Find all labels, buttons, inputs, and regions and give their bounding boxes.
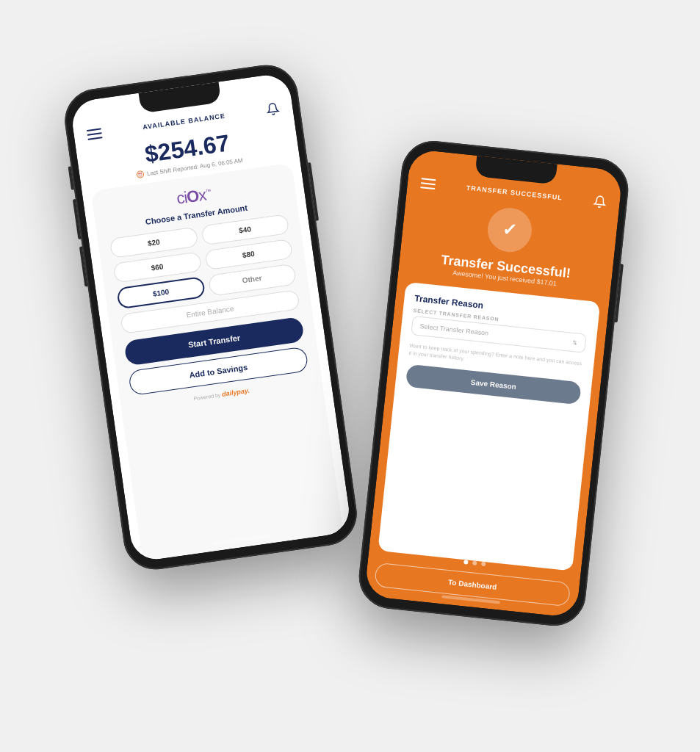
- dailypay-brand: dailypay.: [221, 387, 250, 398]
- notification-bell-icon[interactable]: [265, 101, 280, 116]
- phone-2-screen: TRANSFER SUCCESSFUL ✓ Transfer Successfu…: [364, 149, 622, 618]
- dot-2: [472, 560, 477, 565]
- phone-2: TRANSFER SUCCESSFUL ✓ Transfer Successfu…: [356, 138, 631, 629]
- hamburger-menu[interactable]: [86, 128, 102, 140]
- select-reason-placeholder: Select Transfer Reason: [419, 322, 489, 337]
- hamburger-menu-2[interactable]: [420, 178, 436, 189]
- transfer-successful-label: TRANSFER SUCCESSFUL: [466, 184, 563, 202]
- phone-1: AVAILABLE BALANCE $254.67 ⏰ Last Shift R…: [60, 61, 361, 574]
- check-icon: ✓: [501, 219, 518, 241]
- white-screen: AVAILABLE BALANCE $254.67 ⏰ Last Shift R…: [69, 72, 352, 563]
- phone-1-screen: AVAILABLE BALANCE $254.67 ⏰ Last Shift R…: [69, 72, 352, 563]
- phones-container: AVAILABLE BALANCE $254.67 ⏰ Last Shift R…: [93, 53, 607, 699]
- phone2-header: TRANSFER SUCCESSFUL: [406, 149, 622, 214]
- dot-1: [463, 560, 469, 565]
- orange-screen: TRANSFER SUCCESSFUL ✓ Transfer Successfu…: [364, 149, 622, 618]
- clock-icon: ⏰: [136, 170, 144, 178]
- mute-button: [68, 167, 73, 190]
- volume-down-button: [79, 246, 87, 286]
- success-circle: ✓: [485, 206, 533, 254]
- notification-bell-icon-2[interactable]: [592, 195, 607, 209]
- power-button-2: [614, 264, 623, 322]
- select-arrows-icon: ⇅: [571, 339, 577, 346]
- transfer-reason-card: Transfer Reason SELECT TRANSFER REASON S…: [378, 282, 600, 571]
- volume-up-button: [72, 199, 81, 239]
- powered-by-label: Powered by: [193, 392, 221, 401]
- dot-3: [480, 562, 486, 567]
- transfer-card: ciOx™ Choose a Transfer Amount $20 $40 $…: [90, 163, 343, 561]
- power-button: [308, 162, 319, 221]
- ciox-brand-text: ciOx™: [175, 184, 212, 207]
